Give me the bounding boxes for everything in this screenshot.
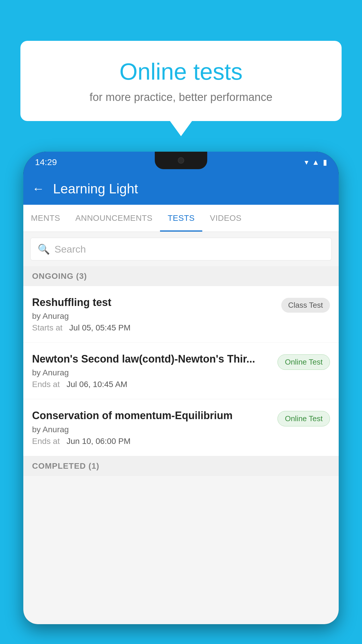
test-author-1: by Anurag <box>32 312 275 321</box>
test-name-2: Newton's Second law(contd)-Newton's Thir… <box>32 353 272 365</box>
test-author-3: by Anurag <box>32 425 272 434</box>
tab-announcements[interactable]: ANNOUNCEMENTS <box>68 205 160 232</box>
test-badge-2: Online Test <box>277 354 330 370</box>
time-label-1: Starts at <box>32 323 67 332</box>
test-time-2: Ends at Jul 06, 10:45 AM <box>32 380 272 389</box>
bubble-title: Online tests <box>35 58 327 85</box>
time-label-3: Ends at <box>32 437 64 446</box>
test-name-3: Conservation of momentum-Equilibrium <box>32 409 272 422</box>
test-item-1[interactable]: Reshuffling test by Anurag Starts at Jul… <box>23 286 339 343</box>
tab-ments[interactable]: MENTS <box>23 205 68 232</box>
search-container: 🔍 Search <box>23 232 339 266</box>
time-label-2: Ends at <box>32 380 64 389</box>
test-info-1: Reshuffling test by Anurag Starts at Jul… <box>32 296 275 332</box>
section-ongoing: ONGOING (3) <box>23 266 339 286</box>
signal-icon: ▲ <box>312 158 319 167</box>
test-info-3: Conservation of momentum-Equilibrium by … <box>32 409 272 446</box>
search-placeholder: Search <box>55 244 86 255</box>
battery-icon: ▮ <box>323 158 327 167</box>
wifi-icon: ▾ <box>305 158 308 167</box>
app-bar: ← Learning Light <box>23 173 339 205</box>
section-completed: COMPLETED (1) <box>23 456 339 476</box>
test-item-2[interactable]: Newton's Second law(contd)-Newton's Thir… <box>23 343 339 399</box>
search-icon: 🔍 <box>38 243 50 255</box>
bubble-subtitle: for more practice, better performance <box>35 91 327 104</box>
speech-bubble-container: Online tests for more practice, better p… <box>20 41 342 121</box>
tests-list: Reshuffling test by Anurag Starts at Jul… <box>23 286 339 456</box>
app-title: Learning Light <box>53 181 138 197</box>
time-value-2: Jul 06, 10:45 AM <box>66 380 127 389</box>
test-badge-1: Class Test <box>281 298 330 313</box>
status-bar: 14:29 ▾ ▲ ▮ <box>23 152 339 173</box>
phone-frame: 14:29 ▾ ▲ ▮ ← Learning Light MENTS ANNOU… <box>23 152 339 624</box>
time-value-3: Jun 10, 06:00 PM <box>66 437 130 446</box>
test-info-2: Newton's Second law(contd)-Newton's Thir… <box>32 353 272 389</box>
test-time-3: Ends at Jun 10, 06:00 PM <box>32 437 272 446</box>
test-name-1: Reshuffling test <box>32 296 275 309</box>
time-value-1: Jul 05, 05:45 PM <box>69 323 131 332</box>
phone-content: MENTS ANNOUNCEMENTS TESTS VIDEOS 🔍 Searc… <box>23 205 339 624</box>
back-button[interactable]: ← <box>32 182 44 196</box>
test-badge-3: Online Test <box>277 411 330 426</box>
status-time: 14:29 <box>35 157 57 167</box>
tab-videos[interactable]: VIDEOS <box>202 205 249 232</box>
camera <box>178 157 184 164</box>
notch <box>155 152 207 169</box>
test-time-1: Starts at Jul 05, 05:45 PM <box>32 323 275 332</box>
test-author-2: by Anurag <box>32 368 272 377</box>
test-item-3[interactable]: Conservation of momentum-Equilibrium by … <box>23 399 339 456</box>
status-icons: ▾ ▲ ▮ <box>305 158 327 167</box>
phone-container: 14:29 ▾ ▲ ▮ ← Learning Light MENTS ANNOU… <box>23 152 339 644</box>
tabs-container: MENTS ANNOUNCEMENTS TESTS VIDEOS <box>23 205 339 232</box>
search-bar[interactable]: 🔍 Search <box>30 238 332 260</box>
tab-tests[interactable]: TESTS <box>160 205 202 232</box>
speech-bubble: Online tests for more practice, better p… <box>20 41 342 121</box>
